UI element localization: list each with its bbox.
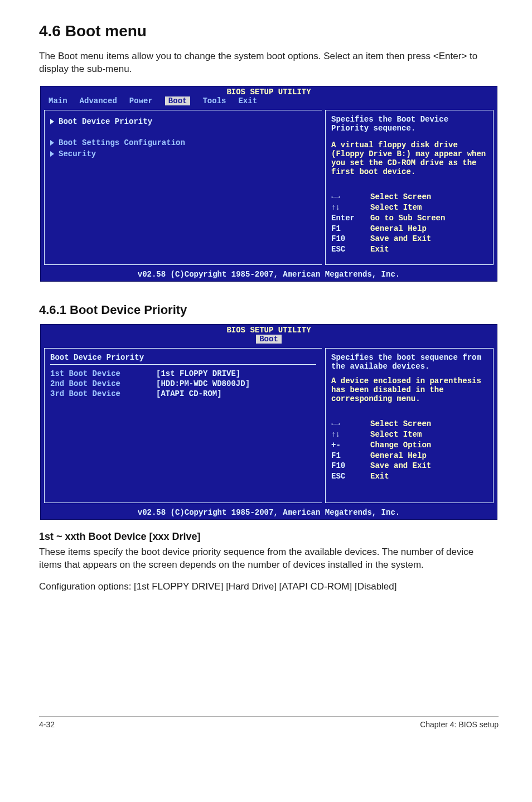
- help-key-enter: Enter: [331, 213, 365, 224]
- row-val: [ATAPI CD-ROM]: [156, 389, 222, 398]
- section-intro: The Boot menu items allow you to change …: [39, 50, 499, 76]
- chapter-label: Chapter 4: BIOS setup: [420, 720, 499, 729]
- help-text-1: Specifies the Boot Device Priority seque…: [331, 115, 487, 133]
- left-right-icon: ←→: [331, 419, 365, 429]
- bios1-tabs: Main Advanced Power Boot Tools Exit: [44, 96, 494, 107]
- menu-label: Boot Device Priority: [59, 117, 152, 126]
- bios2-right-pane: Specifies the boot sequence from the ava…: [325, 348, 494, 503]
- tab-power[interactable]: Power: [129, 96, 153, 105]
- help-text-2: A virtual floppy disk drive (Floppy Driv…: [331, 141, 487, 176]
- tab-exit[interactable]: Exit: [238, 96, 257, 105]
- help-key-f10: F10: [331, 461, 365, 471]
- help-lbl-f10: Save and Exit: [370, 461, 431, 471]
- help-select-screen: Select Screen: [370, 419, 431, 429]
- help-lbl-esc: Exit: [370, 471, 389, 482]
- help-text-2: A device enclosed in parenthesis has bee…: [331, 376, 487, 403]
- section-title: 4.6 Boot menu: [39, 22, 499, 40]
- tab-main[interactable]: Main: [49, 96, 67, 105]
- row-val: [HDD:PM-WDC WD800JD]: [156, 379, 250, 388]
- help-lbl-esc: Exit: [370, 244, 389, 255]
- triangle-icon: [50, 151, 54, 157]
- row-val: [1st FLOPPY DRIVE]: [156, 369, 240, 378]
- help-text-1: Specifies the boot sequence from the ava…: [331, 353, 487, 371]
- help-key-plusminus: +-: [331, 440, 365, 451]
- boot-device-row-1[interactable]: 1st Boot Device [1st FLOPPY DRIVE]: [50, 369, 316, 378]
- help-select-screen: Select Screen: [370, 192, 431, 202]
- bios2-footer: v02.58 (C)Copyright 1985-2007, American …: [41, 506, 497, 519]
- menu-boot-settings-configuration[interactable]: Boot Settings Configuration: [50, 138, 316, 147]
- menu-label: Security: [59, 149, 96, 158]
- tab-boot[interactable]: Boot: [165, 96, 191, 105]
- left-right-icon: ←→: [331, 192, 365, 202]
- menu-boot-device-priority[interactable]: Boot Device Priority: [50, 117, 316, 126]
- bios1-title: BIOS SETUP UTILITY: [44, 88, 494, 96]
- triangle-icon: [50, 140, 54, 146]
- boot-device-row-2[interactable]: 2nd Boot Device [HDD:PM-WDC WD800JD]: [50, 379, 316, 388]
- help-key-esc: ESC: [331, 244, 365, 255]
- subitem-p2: Configuration options: [1st FLOPPY DRIVE…: [39, 581, 499, 593]
- tab-tools[interactable]: Tools: [202, 96, 226, 105]
- bios1-help-keys: ←→ Select Screen ↑↓ Select Item Enter Go…: [331, 192, 487, 255]
- tab-advanced[interactable]: Advanced: [80, 96, 117, 105]
- row-key: 2nd Boot Device: [50, 379, 156, 388]
- help-lbl-f1: General Help: [370, 224, 427, 234]
- footer-rule: [39, 716, 499, 717]
- row-key: 1st Boot Device: [50, 369, 156, 378]
- triangle-icon: [50, 119, 54, 124]
- bios1-right-pane: Specifies the Boot Device Priority seque…: [325, 110, 494, 265]
- bios1-left-pane: Boot Device Priority Boot Settings Confi…: [44, 110, 322, 265]
- help-key-f1: F1: [331, 451, 365, 461]
- help-key-f10: F10: [331, 234, 365, 244]
- help-lbl-enter: Go to Sub Screen: [370, 213, 445, 224]
- bios-panel-1: BIOS SETUP UTILITY Main Advanced Power B…: [39, 85, 499, 283]
- up-down-icon: ↑↓: [331, 429, 365, 440]
- help-select-item: Select Item: [370, 429, 422, 440]
- subsection-461-heading: 4.6.1 Boot Device Priority: [39, 303, 499, 317]
- bios2-help-keys: ←→ Select Screen ↑↓ Select Item +- Chang…: [331, 419, 487, 482]
- bios2-title: BIOS SETUP UTILITY: [44, 326, 494, 335]
- help-lbl-plusminus: Change Option: [370, 440, 431, 451]
- subitem-heading: 1st ~ xxth Boot Device [xxx Drive]: [39, 531, 499, 543]
- subitem-p1: These items specify the boot device prio…: [39, 546, 499, 572]
- bios2-left-heading: Boot Device Priority: [50, 353, 316, 365]
- help-lbl-f1: General Help: [370, 451, 427, 461]
- help-lbl-f10: Save and Exit: [370, 234, 431, 244]
- tab-boot-only[interactable]: Boot: [256, 335, 282, 344]
- menu-security[interactable]: Security: [50, 149, 316, 158]
- help-key-f1: F1: [331, 224, 365, 234]
- page-number: 4-32: [39, 720, 55, 729]
- bios2-left-pane: Boot Device Priority 1st Boot Device [1s…: [44, 348, 322, 503]
- bios-panel-2: BIOS SETUP UTILITY Boot Boot Device Prio…: [39, 323, 499, 521]
- up-down-icon: ↑↓: [331, 202, 365, 213]
- menu-label: Boot Settings Configuration: [59, 138, 185, 147]
- boot-device-row-3[interactable]: 3rd Boot Device [ATAPI CD-ROM]: [50, 389, 316, 398]
- row-key: 3rd Boot Device: [50, 389, 156, 398]
- help-key-esc: ESC: [331, 471, 365, 482]
- bios1-footer: v02.58 (C)Copyright 1985-2007, American …: [41, 268, 497, 281]
- help-select-item: Select Item: [370, 202, 422, 213]
